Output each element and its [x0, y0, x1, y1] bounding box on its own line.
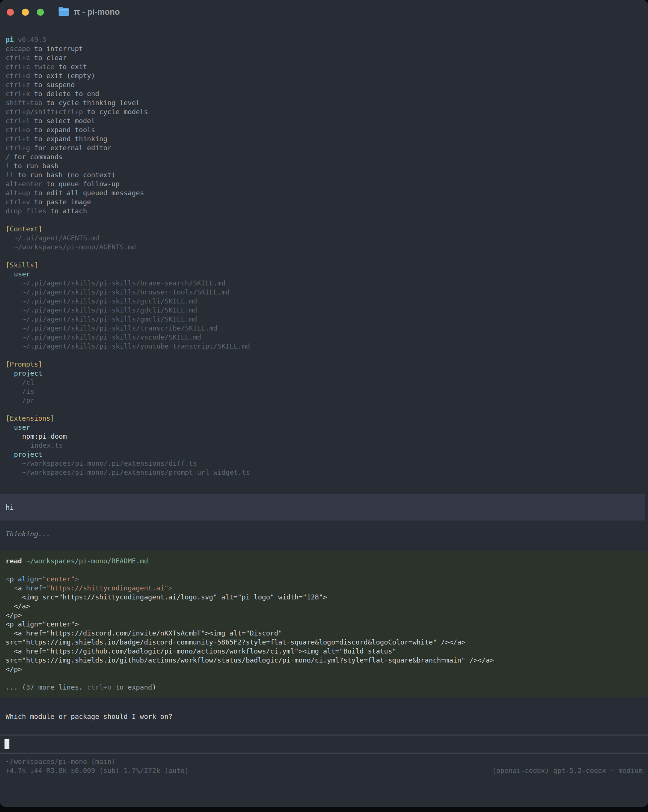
shortcut-key: shift+tab: [6, 99, 43, 107]
prompts-section-header: [Prompts]: [0, 360, 648, 369]
file-path: ~/.pi/agent/skills/pi-skills/transcribe/…: [0, 324, 648, 333]
file-path: ~/.pi/agent/skills/pi-skills/youtube-tra…: [0, 342, 648, 351]
truncation-prefix: ... (37 more lines,: [6, 683, 87, 691]
shortcut-line: alt+enter to queue follow-up: [0, 180, 648, 189]
code-token: <: [14, 584, 18, 592]
code-token: <a href="https://discord.com/invite/nKXT…: [6, 629, 282, 637]
title-bar: π - pi-mono: [0, 0, 648, 24]
code-token: "https://shittycodingagent.ai": [46, 584, 168, 592]
shortcut-key: ctrl+k: [6, 90, 30, 98]
code-line: </p>: [0, 611, 648, 620]
shortcut-line: ctrl+l to select model: [0, 116, 648, 125]
window-title: π - pi-mono: [73, 7, 120, 17]
status-row: ↑4.7k ↓44 R3.8k $0.009 (sub) 1.7%/272k (…: [0, 766, 648, 775]
extensions-section-header: [Extensions]: [0, 414, 648, 423]
code-line: </a>: [0, 602, 648, 611]
extension-npm-file: index.ts: [0, 441, 648, 450]
user-message: hi: [0, 494, 645, 520]
shortcut-line: ctrl+o to expand tools: [0, 125, 648, 134]
shortcut-key: ctrl+l: [6, 117, 30, 125]
prompts-command-list: /cl/is/pr: [0, 378, 648, 405]
shortcut-help-list: escape to interruptctrl+c to clearctrl+c…: [0, 44, 648, 215]
code-token: [22, 584, 26, 592]
shortcut-line: escape to interrupt: [0, 44, 648, 53]
shortcut-key: drop files: [6, 207, 46, 215]
zoom-window-icon[interactable]: [37, 9, 44, 16]
terminal-content: pi v0.49.3 escape to interruptctrl+c to …: [0, 24, 648, 775]
cwd-branch-label: ~/workspaces/pi-mono (main): [0, 757, 648, 766]
shortcut-key: ctrl+g: [6, 144, 30, 152]
code-token: <: [6, 575, 10, 583]
context-file-list: ~/.pi/agent/AGENTS.md~/workspaces/pi-mon…: [0, 234, 648, 252]
thinking-indicator: Thinking...: [0, 530, 648, 539]
code-token: p: [10, 575, 14, 583]
file-path: ~/workspaces/pi-mono/.pi/extensions/prom…: [0, 468, 648, 477]
code-token: src="https://img.shields.io/github/actio…: [6, 656, 494, 664]
shortcut-description: to clear: [30, 54, 67, 62]
version-line: pi v0.49.3: [0, 35, 648, 44]
tool-call-block: read ~/workspaces/pi-mono/README.md <p a…: [0, 551, 648, 697]
shortcut-description: to delete to end: [30, 90, 99, 98]
shortcut-line: ctrl+d to exit (empty): [0, 71, 648, 80]
shortcut-description: for external editor: [30, 144, 111, 152]
minimize-window-icon[interactable]: [22, 9, 29, 16]
file-path: ~/.pi/agent/skills/pi-skills/gmcli/SKILL…: [0, 315, 648, 324]
shortcut-key: /: [6, 153, 10, 161]
file-path: ~/.pi/agent/skills/pi-skills/vscode/SKIL…: [0, 333, 648, 342]
code-line: <img src="https://shittycodingagent.ai/l…: [0, 593, 648, 602]
code-token: [6, 584, 14, 592]
shortcut-key: ctrl+z: [6, 81, 30, 89]
close-window-icon[interactable]: [7, 9, 14, 16]
file-path: ~/.pi/agent/skills/pi-skills/gdcli/SKILL…: [0, 306, 648, 315]
shortcut-line: ctrl+p/shift+ctrl+p to cycle models: [0, 107, 648, 116]
prompt-input[interactable]: [0, 735, 648, 753]
folder-icon: [59, 8, 69, 16]
code-token: "center": [43, 575, 75, 583]
shortcut-key: ctrl+c twice: [6, 63, 55, 70]
tool-call-header: read ~/workspaces/pi-mono/README.md: [0, 557, 648, 566]
shortcut-key: ctrl+d: [6, 72, 30, 79]
token-cost-stats: ↑4.7k ↓44 R3.8k $0.009 (sub) 1.7%/272k (…: [6, 766, 189, 775]
code-token: [14, 575, 18, 583]
text-cursor: [5, 739, 9, 749]
shortcut-key: alt+up: [6, 189, 30, 197]
file-path: ~/.pi/agent/skills/pi-skills/browser-too…: [0, 288, 648, 297]
shortcut-description: for commands: [10, 153, 63, 161]
shortcut-line: shift+tab to cycle thinking level: [0, 98, 648, 107]
shortcut-description: to exit: [55, 63, 87, 70]
shortcut-description: to paste image: [30, 198, 91, 206]
shortcut-key: escape: [6, 45, 30, 53]
blank-line: [0, 674, 648, 683]
shortcut-key: ctrl+o: [6, 126, 30, 134]
shortcut-description: to run bash: [10, 162, 59, 170]
extensions-project-scope-label: project: [0, 450, 648, 459]
tool-name: read: [6, 557, 22, 565]
truncation-notice: ... (37 more lines, ctrl+o to expand): [0, 683, 648, 692]
shortcut-description: to queue follow-up: [43, 180, 120, 188]
code-token: >: [75, 575, 79, 583]
shortcut-description: to cycle thinking level: [43, 99, 140, 107]
file-path: ~/workspaces/pi-mono/AGENTS.md: [0, 243, 648, 252]
tool-argument: ~/workspaces/pi-mono/README.md: [26, 557, 148, 565]
user-message-text: hi: [0, 503, 645, 512]
code-token: </p>: [6, 611, 22, 619]
truncation-suffix: ): [152, 683, 156, 691]
code-token: <a href="https://github.com/badlogic/pi-…: [6, 647, 396, 655]
shortcut-key: ctrl+c: [6, 54, 30, 62]
shortcut-description: to exit (empty): [30, 72, 95, 79]
code-line: src="https://img.shields.io/badge/discor…: [0, 638, 648, 647]
shortcut-line: ! to run bash: [0, 162, 648, 171]
truncation-middle: to expand: [111, 683, 152, 691]
shortcut-line: ctrl+v to paste image: [0, 198, 648, 206]
shortcut-line: alt+up to edit all queued messages: [0, 189, 648, 198]
file-path: /cl: [0, 378, 648, 387]
shortcut-key: ctrl+v: [6, 198, 30, 206]
shortcut-description: to interrupt: [30, 45, 83, 53]
shortcut-key: alt+enter: [6, 180, 43, 188]
tool-output-code: <p align="center"> <a href="https://shit…: [0, 575, 648, 674]
file-path: ~/workspaces/pi-mono/.pi/extensions/diff…: [0, 459, 648, 468]
shortcut-line: ctrl+c twice to exit: [0, 63, 648, 71]
code-line: <p align="center">: [0, 575, 648, 584]
code-token: a: [18, 584, 22, 592]
code-token: <p align="center">: [6, 620, 79, 628]
